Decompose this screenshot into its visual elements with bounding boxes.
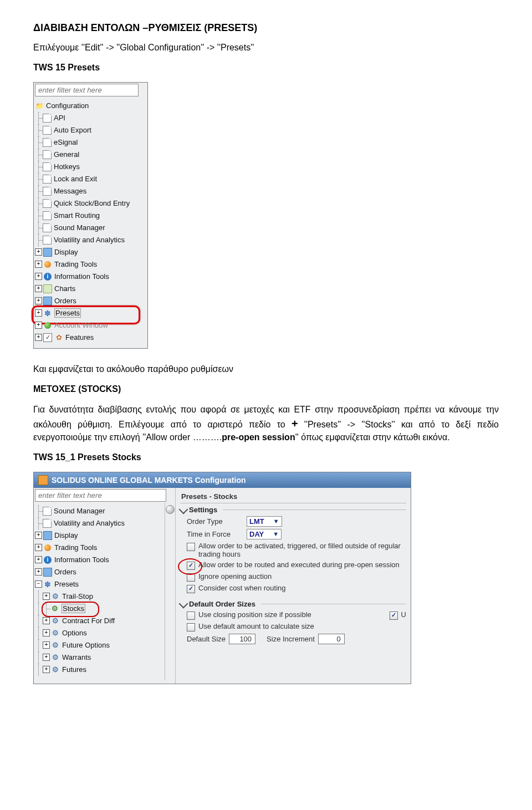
tree-item[interactable]: General bbox=[35, 149, 146, 161]
checkbox[interactable]: ✓ bbox=[187, 562, 195, 570]
checkbox[interactable] bbox=[187, 612, 195, 620]
tree-branch-label: Trading Tools bbox=[54, 543, 97, 552]
expand-icon[interactable]: + bbox=[43, 641, 50, 649]
tree-branch[interactable]: +Charts bbox=[35, 283, 146, 295]
tree-branch-label: Presets bbox=[54, 308, 81, 318]
tree-item[interactable]: +⚙Options bbox=[35, 627, 163, 639]
tif-combo[interactable]: DAY ▼ bbox=[247, 529, 282, 539]
default-size-input[interactable]: 100 bbox=[229, 634, 255, 644]
collapse-icon[interactable]: − bbox=[35, 580, 42, 588]
tree-item[interactable]: Hotkeys bbox=[35, 161, 146, 173]
chevron-down-icon: ▼ bbox=[273, 518, 279, 524]
expand-icon[interactable]: + bbox=[35, 544, 42, 551]
expand-icon[interactable]: + bbox=[35, 297, 42, 304]
tree-branch-label: Account Window bbox=[54, 321, 108, 329]
tree-item[interactable]: Volatility and Analytics bbox=[35, 517, 163, 529]
scroll-thumb[interactable] bbox=[166, 505, 175, 514]
tree-item[interactable]: +⚙Contract For Diff bbox=[35, 615, 163, 627]
tree-branch-presets[interactable]: −✽Presets bbox=[35, 578, 163, 590]
tree-item[interactable]: +⚙Trail-Stop bbox=[35, 590, 163, 603]
size-incr-input[interactable]: 0 bbox=[318, 634, 345, 644]
expand-icon[interactable]: + bbox=[43, 593, 50, 600]
config-tree-2: Sound Manager Volatility and Analytics +… bbox=[34, 503, 165, 680]
tree-item[interactable]: API bbox=[35, 112, 146, 124]
tree-item[interactable]: +⚙Warrants bbox=[35, 651, 163, 664]
checkbox[interactable]: ✓ bbox=[187, 585, 195, 593]
tree-root[interactable]: 📁 Configuration bbox=[35, 100, 146, 112]
tree-item[interactable]: Auto Export bbox=[35, 124, 146, 136]
checkbox[interactable]: ✓ bbox=[390, 612, 398, 620]
expand-icon[interactable]: + bbox=[35, 248, 42, 256]
expand-icon[interactable]: + bbox=[35, 285, 42, 292]
tree-item[interactable]: Lock and Exit bbox=[35, 173, 146, 185]
tree-branch-label: Features bbox=[65, 333, 94, 342]
checkbox[interactable] bbox=[187, 543, 195, 551]
tree-item[interactable]: +⚙Future Options bbox=[35, 639, 163, 651]
tree-item-label: Warrants bbox=[62, 653, 91, 661]
tree-item-stocks[interactable]: ⚙ Stocks bbox=[35, 603, 163, 615]
expand-icon[interactable]: + bbox=[43, 666, 50, 673]
tree-item[interactable]: eSignal bbox=[35, 136, 146, 149]
tree-item-label: Future Options bbox=[62, 641, 110, 649]
order-type-combo[interactable]: LMT ▼ bbox=[247, 516, 282, 527]
tree-item[interactable]: Sound Manager bbox=[35, 505, 163, 517]
tree-item[interactable]: Volatility and Analytics bbox=[35, 234, 146, 246]
expand-icon[interactable]: + bbox=[35, 261, 42, 268]
expand-icon[interactable]: + bbox=[35, 334, 42, 341]
tree-branch[interactable]: +Trading Tools bbox=[35, 542, 163, 554]
opt-use-closing[interactable]: Use closing position size if possible ✓ … bbox=[180, 609, 406, 621]
tree-item[interactable]: Sound Manager bbox=[35, 222, 146, 234]
tree-branch-presets[interactable]: + ✽ Presets bbox=[35, 307, 146, 319]
page-icon bbox=[43, 236, 52, 244]
expand-icon[interactable]: + bbox=[35, 556, 42, 563]
scrollbar[interactable] bbox=[165, 503, 175, 680]
section-default-sizes[interactable]: Default Order Sizes bbox=[180, 600, 406, 608]
expand-icon[interactable]: + bbox=[43, 654, 50, 661]
tree-branch[interactable]: +Display bbox=[35, 246, 146, 258]
opt-use-default-amount[interactable]: Use default amount to calculate size bbox=[180, 621, 406, 633]
gear-icon: ⚙ bbox=[51, 641, 60, 650]
chevron-down-icon: ▼ bbox=[273, 531, 279, 537]
tree-branch[interactable]: +Trading Tools bbox=[35, 258, 146, 271]
gear-icon: ⚙ bbox=[51, 592, 60, 601]
tree-branch[interactable]: +iInformation Tools bbox=[35, 554, 163, 566]
filter-input[interactable] bbox=[35, 489, 166, 502]
expand-icon[interactable]: + bbox=[35, 322, 42, 329]
tree-branch-label: Display bbox=[54, 531, 78, 539]
expand-icon[interactable]: + bbox=[43, 629, 50, 636]
expand-icon[interactable]: + bbox=[35, 532, 42, 539]
checkbox[interactable] bbox=[187, 573, 195, 582]
expand-icon[interactable]: + bbox=[35, 309, 42, 317]
gear-icon: ⚙ bbox=[51, 629, 60, 638]
tree-item[interactable]: Quick Stock/Bond Entry bbox=[35, 197, 146, 210]
caption-tws15-presets: TWS 15 Presets bbox=[33, 62, 499, 74]
filter-input[interactable] bbox=[35, 84, 139, 96]
opt-outside-rth[interactable]: Allow order to be activated, triggered, … bbox=[180, 541, 406, 559]
checkbox-label: Allow order to be activated, triggered, … bbox=[198, 542, 406, 558]
tree-item-label: Contract For Diff bbox=[62, 617, 115, 625]
tree-branch[interactable]: +Orders bbox=[35, 295, 146, 307]
tree-item[interactable]: +⚙Futures bbox=[35, 664, 163, 676]
expand-icon[interactable]: + bbox=[43, 617, 50, 624]
checkbox[interactable] bbox=[187, 623, 195, 631]
tree-branch[interactable]: +✓✿Features bbox=[35, 332, 146, 344]
folder-icon: 📁 bbox=[35, 101, 44, 110]
app-icon bbox=[38, 475, 48, 485]
tree-item[interactable]: Smart Routing bbox=[35, 210, 146, 222]
expand-icon[interactable]: + bbox=[35, 273, 42, 280]
tree-branch[interactable]: +iInformation Tools bbox=[35, 271, 146, 283]
window-title: SOLIDUS ONLINE GLOBAL MARKETS Configurat… bbox=[52, 476, 246, 485]
tree-branch-label: Trading Tools bbox=[54, 260, 97, 268]
checkbox-label: Use default amount to calculate size bbox=[198, 622, 314, 630]
tree-branch[interactable]: +Display bbox=[35, 529, 163, 542]
expand-icon[interactable]: + bbox=[35, 568, 42, 575]
tree-item[interactable]: Messages bbox=[35, 185, 146, 197]
tree-branch[interactable]: +Orders bbox=[35, 566, 163, 578]
opt-consider-cost[interactable]: ✓ Consider cost when routing bbox=[180, 583, 406, 594]
opt-preopen[interactable]: ✓ Allow order to be routed and executed … bbox=[180, 559, 406, 571]
opt-ignore-auction[interactable]: Ignore opening auction bbox=[180, 571, 406, 583]
tree-branch[interactable]: +Account Window bbox=[35, 319, 146, 332]
screenshot-presets-tree: 📁 Configuration API Auto Export eSignal … bbox=[33, 82, 148, 349]
display-icon bbox=[43, 531, 52, 540]
section-settings[interactable]: Settings bbox=[180, 506, 406, 514]
